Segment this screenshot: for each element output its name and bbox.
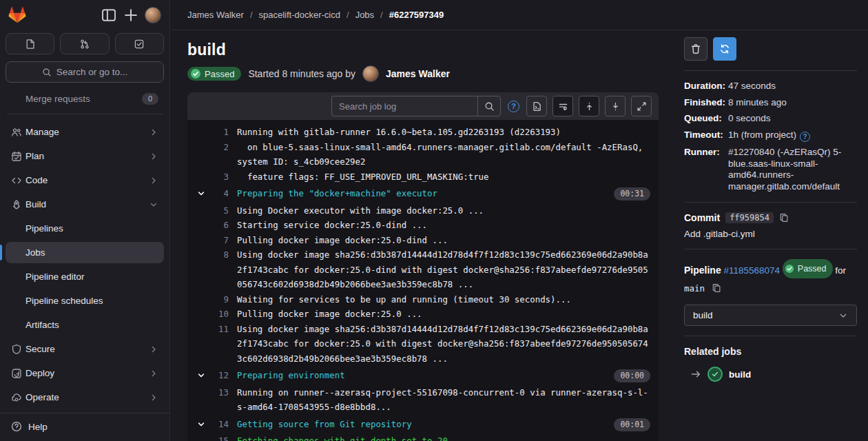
status-badge[interactable]: Passed bbox=[187, 67, 241, 81]
arrow-right-icon bbox=[690, 369, 701, 380]
collapse-section-chevron-icon[interactable] bbox=[193, 417, 209, 429]
gitlab-logo-icon[interactable] bbox=[8, 6, 26, 24]
detail-row-runner-: Runner:#12270840 (-AzERasQr) 5-blue.saas… bbox=[684, 147, 857, 192]
log-line-text: Starting service docker:25.0-dind ... bbox=[237, 218, 650, 233]
sidebar-item-merge-requests[interactable]: Merge requests0 bbox=[6, 88, 164, 110]
log-line-text: Pulling docker image docker:25.0 ... bbox=[237, 307, 650, 322]
log-line-number[interactable]: 1 bbox=[209, 125, 229, 140]
trash-icon bbox=[690, 43, 701, 54]
raw-log-button[interactable] bbox=[526, 96, 547, 116]
fullscreen-button[interactable] bbox=[631, 96, 652, 116]
retry-job-button[interactable] bbox=[713, 37, 736, 61]
sidebar-item-pipelines[interactable]: Pipelines bbox=[6, 218, 164, 239]
author-avatar[interactable] bbox=[362, 65, 379, 82]
help-label: Help bbox=[28, 422, 48, 432]
log-line-number[interactable]: 9 bbox=[209, 292, 229, 307]
log-line-text: Getting source from Git repository bbox=[237, 417, 607, 432]
sidebar-item-code[interactable]: Code bbox=[6, 170, 164, 191]
sidebar-item-build[interactable]: Build bbox=[6, 194, 164, 215]
author-name[interactable]: James Walker bbox=[386, 68, 450, 79]
sidebar-topbar bbox=[0, 0, 169, 30]
scroll-bottom-icon bbox=[610, 101, 621, 112]
chevron-right-icon bbox=[149, 369, 158, 378]
related-job-item[interactable]: build bbox=[684, 367, 857, 382]
log-line-number[interactable]: 10 bbox=[209, 307, 229, 322]
user-avatar[interactable] bbox=[145, 7, 161, 23]
log-line-number[interactable]: 5 bbox=[209, 203, 229, 218]
commit-row: Commit ff959854 bbox=[684, 212, 857, 223]
todos-shortcut-button[interactable] bbox=[115, 33, 164, 54]
search-input[interactable]: Search or go to... bbox=[6, 61, 164, 83]
users-icon bbox=[7, 127, 25, 138]
sidebar-shortcuts bbox=[0, 30, 169, 54]
pipeline-ref[interactable]: main bbox=[684, 283, 705, 294]
issues-shortcut-button[interactable] bbox=[6, 33, 54, 54]
job-sidebar: Duration:47 secondsFinished:8 minutes ag… bbox=[673, 30, 857, 441]
log-line-number[interactable]: 7 bbox=[209, 233, 229, 248]
sidebar-item-pipeline-editor[interactable]: Pipeline editor bbox=[6, 266, 164, 287]
help-button[interactable]: Help bbox=[6, 418, 164, 435]
pipeline-block: Pipeline #1185568074 Passed for main bbox=[684, 259, 857, 298]
breadcrumb-item[interactable]: #6227597349 bbox=[389, 10, 444, 20]
detail-row-timeout-: Timeout:1h (from project)? bbox=[684, 130, 857, 143]
scroll-to-bottom-button[interactable] bbox=[605, 96, 626, 116]
log-line-number[interactable]: 13 bbox=[209, 385, 229, 400]
pipeline-link[interactable]: #1185568074 bbox=[723, 265, 780, 276]
copy-commit-icon[interactable] bbox=[779, 213, 789, 223]
job-status-passed-icon[interactable] bbox=[707, 367, 723, 382]
log-line-number[interactable]: 8 bbox=[209, 247, 229, 263]
log-line: 6Starting service docker:25.0-dind ... bbox=[187, 218, 659, 233]
collapse-section-chevron-icon[interactable] bbox=[193, 368, 209, 380]
sidebar-toggle-icon[interactable] bbox=[101, 7, 117, 23]
collapse-section-chevron-icon[interactable] bbox=[193, 186, 209, 198]
log-line-number[interactable]: 4 bbox=[209, 186, 229, 201]
commit-label: Commit bbox=[684, 212, 720, 223]
related-jobs-list: build bbox=[684, 367, 857, 382]
log-line-number[interactable]: 3 bbox=[209, 170, 229, 185]
log-line-number[interactable]: 12 bbox=[209, 368, 229, 383]
log-line-number[interactable]: 2 bbox=[209, 140, 229, 155]
log-line-number[interactable]: 11 bbox=[209, 322, 229, 337]
log-line-number[interactable]: 6 bbox=[209, 218, 229, 233]
commit-sha[interactable]: ff959854 bbox=[725, 212, 774, 223]
related-job-name[interactable]: build bbox=[729, 369, 751, 380]
pipeline-status-badge[interactable]: Passed bbox=[783, 259, 833, 278]
sidebar-item-pipeline-schedules[interactable]: Pipeline schedules bbox=[6, 290, 164, 311]
breadcrumb-separator: / bbox=[380, 10, 383, 20]
commit-message[interactable]: Add .gitlab-ci.yml bbox=[684, 229, 857, 239]
sidebar-item-deploy[interactable]: Deploy bbox=[6, 362, 164, 384]
log-search-button[interactable] bbox=[477, 96, 501, 116]
log-line: 12Preparing environment00:00 bbox=[187, 366, 659, 385]
sidebar-item-operate[interactable]: Operate bbox=[6, 387, 164, 408]
chevron-down-icon bbox=[149, 200, 158, 209]
breadcrumb-item[interactable]: James Walker bbox=[187, 10, 244, 20]
merge-requests-shortcut-button[interactable] bbox=[60, 33, 109, 54]
log-search-input[interactable] bbox=[331, 96, 477, 116]
scroll-to-top-button[interactable] bbox=[579, 96, 599, 116]
copy-ref-icon[interactable] bbox=[712, 283, 721, 293]
detail-row-finished-: Finished:8 minutes ago bbox=[684, 97, 857, 109]
calendar-icon bbox=[7, 151, 25, 162]
log-line-text: Running with gitlab-runner 16.6.0~beta.1… bbox=[237, 125, 650, 140]
breadcrumb-item[interactable]: Jobs bbox=[355, 10, 374, 20]
log-line-number[interactable]: 14 bbox=[209, 417, 229, 432]
detail-row-queued-: Queued:0 seconds bbox=[684, 113, 857, 125]
sidebar-item-secure[interactable]: Secure bbox=[6, 338, 164, 360]
wrap-lines-button[interactable] bbox=[552, 96, 573, 116]
breadcrumb-item[interactable]: spacelift-docker-cicd bbox=[259, 10, 341, 20]
raw-file-icon bbox=[532, 101, 542, 112]
log-help-icon[interactable]: ? bbox=[508, 101, 519, 112]
create-new-icon[interactable] bbox=[123, 7, 139, 23]
sidebar-item-jobs[interactable]: Jobs bbox=[6, 242, 164, 263]
shield-icon bbox=[7, 344, 25, 355]
log-line-text: Preparing environment bbox=[237, 368, 607, 383]
log-line-number[interactable]: 15 bbox=[209, 433, 229, 441]
log-line: 9Waiting for services to be up and runni… bbox=[187, 292, 659, 307]
stage-dropdown[interactable]: build bbox=[684, 305, 857, 326]
sidebar-item-plan[interactable]: Plan bbox=[6, 145, 164, 167]
log-line: 8Using docker image sha256:d3b387d14444d… bbox=[187, 247, 659, 292]
erase-job-log-button[interactable] bbox=[684, 37, 707, 61]
sidebar-item-artifacts[interactable]: Artifacts bbox=[6, 314, 164, 336]
timeout-help-icon[interactable]: ? bbox=[800, 132, 810, 142]
sidebar-item-manage[interactable]: Manage bbox=[6, 121, 164, 143]
